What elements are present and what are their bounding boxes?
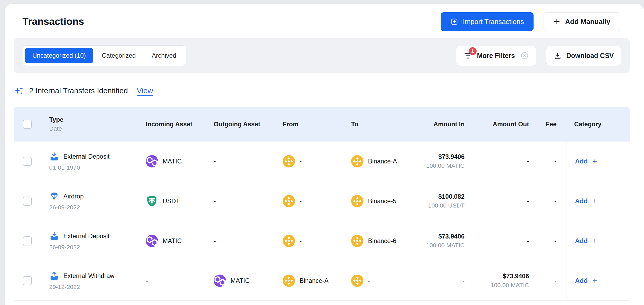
type-cell: External Deposit01-01-1970 [39, 152, 146, 171]
plus-icon: + [593, 237, 597, 245]
airdrop-icon [49, 191, 59, 201]
fee-cell: - [535, 277, 566, 284]
table-row: Airdrop26-09-2022USDT--Binance-5$100.082… [14, 181, 630, 221]
category-cell: Add+ [566, 181, 630, 221]
transaction-date: 01-01-1970 [49, 164, 146, 171]
asset-name: MATIC [163, 158, 182, 165]
amount-quantity: 100.00 USDT [428, 202, 465, 209]
row-checkbox[interactable] [23, 236, 32, 245]
matic-icon [146, 235, 158, 247]
transaction-type: External Withdraw [63, 272, 114, 280]
asset-name: MATIC [163, 237, 182, 245]
table-row: External Deposit01-01-1970MATIC--Binance… [14, 142, 630, 181]
category-cell: Add+ [566, 142, 630, 181]
download-csv-button[interactable]: Download CSV [546, 46, 621, 66]
table-body: External Deposit01-01-1970MATIC--Binance… [14, 142, 630, 301]
empty-value: - [300, 158, 302, 165]
empty-value: - [527, 197, 529, 205]
internal-transfers-banner: 2 Internal Transfers Identified View [14, 86, 630, 96]
amount-in-cell: $73.9406100.00 MATIC [409, 233, 471, 249]
import-transactions-button[interactable]: Import Transactions [441, 12, 534, 31]
add-category-button[interactable]: Add+ [575, 158, 597, 165]
amount-in-cell: $100.082100.00 USDT [409, 193, 471, 209]
import-transactions-label: Import Transactions [463, 18, 524, 26]
row-checkbox-cell [14, 236, 39, 245]
view-internal-transfers-link[interactable]: View [137, 86, 153, 95]
amount-fiat: $73.9406 [438, 233, 465, 240]
row-checkbox-cell [14, 276, 39, 285]
select-all-checkbox[interactable] [23, 120, 32, 129]
binance-icon [351, 235, 363, 247]
add-manually-button[interactable]: Add Manually [543, 12, 620, 31]
clear-filters-icon[interactable] [520, 52, 529, 60]
plus-icon: + [593, 158, 597, 165]
top-bar: Transactions Import Transactions Add Ma [5, 4, 644, 31]
category-cell: Add+ [566, 221, 630, 261]
binance-icon [351, 195, 363, 207]
topbar-actions: Import Transactions Add Manually [441, 12, 620, 31]
fee-cell: - [535, 237, 566, 245]
deposit-icon [49, 231, 59, 241]
row-checkbox[interactable] [23, 157, 32, 166]
amount-quantity: 100.00 MATIC [426, 242, 465, 249]
asset-name: USDT [163, 198, 180, 205]
row-checkbox-cell [14, 157, 39, 166]
tab-categorized[interactable]: Categorized [94, 48, 143, 63]
row-checkbox[interactable] [23, 276, 32, 285]
amount-out-cell: $73.9406100.00 MATIC [471, 273, 535, 289]
binance-icon [283, 155, 295, 167]
header-type: Type Date [39, 116, 146, 132]
more-filters-button[interactable]: 1 More Filters [456, 46, 536, 66]
add-category-label: Add [575, 197, 588, 205]
transactions-table: Type Date Incoming Asset Outgoing Asset … [14, 107, 630, 301]
empty-value: - [554, 197, 557, 205]
matic-icon [214, 275, 226, 287]
header-fee: Fee [535, 121, 566, 128]
plus-icon: + [593, 197, 597, 205]
outgoing-asset-cell: MATIC [214, 275, 283, 287]
row-checkbox[interactable] [23, 197, 32, 206]
type-cell: External Withdraw29-12-2022 [39, 271, 146, 291]
add-category-label: Add [575, 277, 588, 284]
withdraw-icon [49, 271, 59, 281]
add-category-button[interactable]: Add+ [575, 277, 597, 284]
download-icon [554, 52, 562, 60]
transaction-type: Airdrop [63, 193, 84, 200]
add-category-label: Add [575, 158, 588, 165]
matic-icon [146, 155, 158, 167]
amount-quantity: 100.00 MATIC [491, 282, 529, 289]
transaction-type: External Deposit [63, 153, 109, 160]
fee-cell: - [535, 158, 566, 165]
add-manually-label: Add Manually [565, 18, 610, 26]
to-cell: Binance-5 [351, 195, 409, 207]
incoming-asset-cell: MATIC [146, 155, 214, 167]
to-cell: - [351, 275, 409, 287]
fee-cell: - [535, 197, 566, 205]
to-cell: Binance-A [351, 155, 409, 167]
amount-in-cell: $73.9406100.00 MATIC [409, 153, 471, 169]
amount-quantity: 100.00 MATIC [426, 162, 465, 169]
deposit-icon [49, 152, 59, 162]
binance-icon [283, 275, 295, 287]
table-row: External Withdraw29-12-2022-MATICBinance… [14, 261, 630, 301]
add-category-button[interactable]: Add+ [575, 237, 597, 245]
from-cell: - [283, 195, 351, 207]
from-cell: Binance-A [283, 275, 351, 287]
empty-value: - [146, 277, 148, 284]
wallet-name: Binance-A [368, 158, 397, 165]
empty-value: - [214, 197, 216, 205]
tab-uncategorized[interactable]: Uncategorized (10) [25, 48, 93, 63]
empty-value: - [300, 197, 302, 205]
transaction-date: 29-12-2022 [49, 284, 146, 291]
tab-archived[interactable]: Archived [144, 48, 184, 63]
incoming-asset-cell: USDT [146, 195, 214, 207]
transactions-page: Transactions Import Transactions Add Ma [5, 4, 644, 305]
outgoing-asset-cell: - [214, 197, 283, 205]
add-category-button[interactable]: Add+ [575, 197, 597, 205]
header-from: From [283, 121, 351, 128]
download-csv-label: Download CSV [566, 52, 614, 60]
binance-icon [351, 275, 363, 287]
amount-out-cell: - [471, 197, 535, 205]
binance-icon [351, 155, 363, 167]
usdt-icon [146, 195, 158, 207]
